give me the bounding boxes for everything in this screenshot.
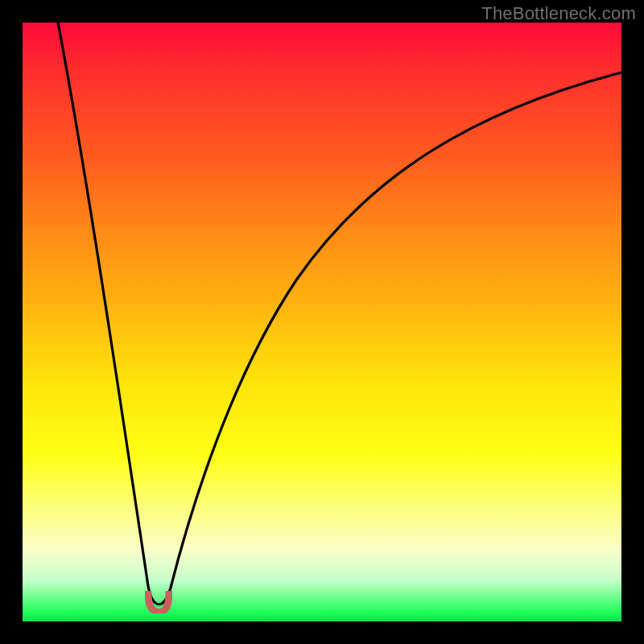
watermark-text: TheBottleneck.com (481, 3, 636, 24)
marker-u-shape (148, 592, 169, 612)
curve-path (58, 23, 621, 605)
chart-frame: TheBottleneck.com (0, 0, 644, 644)
bottleneck-curve (23, 23, 621, 621)
plot-area (23, 23, 621, 621)
optimum-marker (145, 591, 172, 613)
